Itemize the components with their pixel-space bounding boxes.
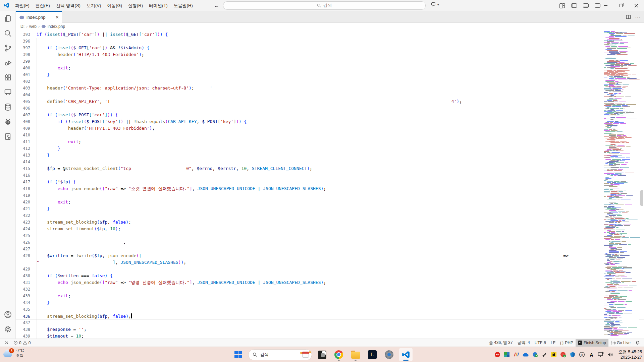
code-line[interactable]: 430 if ($written === false) {: [16, 273, 644, 279]
code-line[interactable]: 414: [16, 159, 644, 165]
source-control-icon[interactable]: [0, 41, 16, 55]
chrome-icon[interactable]: [332, 348, 345, 361]
line-number[interactable]: 438: [16, 326, 37, 333]
code-line[interactable]: 433 exit;: [16, 293, 644, 299]
code-line[interactable]: 436 stream_set_blocking($fp, false);: [16, 313, 644, 319]
league-of-legends-icon[interactable]: L: [366, 348, 379, 361]
menu-item-7[interactable]: 도움말(H): [171, 3, 196, 8]
code-line[interactable]: 398 header('HTTP/1.1 403 Forbidden');: [16, 51, 644, 58]
utility-icon[interactable]: [541, 352, 548, 358]
menu-item-6[interactable]: 터미널(T): [146, 3, 171, 8]
code-line[interactable]: 404: [16, 92, 644, 98]
finish-setup-button[interactable]: Finish Setup: [576, 339, 608, 347]
line-number[interactable]: 432: [16, 286, 37, 293]
restore-button[interactable]: [613, 0, 629, 11]
copilot-menu[interactable]: ▾: [431, 2, 439, 7]
command-center-search[interactable]: 검색: [223, 1, 426, 10]
line-number[interactable]: 408: [16, 118, 37, 125]
code-line[interactable]: 439 $timeout = 10;: [16, 333, 644, 339]
grid-app-icon[interactable]: [504, 352, 510, 358]
line-number[interactable]: 403: [16, 85, 37, 92]
code-line[interactable]: 422: [16, 212, 644, 219]
line-number[interactable]: 414: [16, 159, 37, 165]
defender-shield-icon[interactable]: [570, 352, 576, 358]
toggle-panel-icon[interactable]: [583, 3, 589, 8]
antivirus-icon[interactable]: [560, 352, 567, 358]
line-number[interactable]: 400: [16, 65, 37, 71]
code-line[interactable]: 418 echo json_encode(["raw" => "소켓 연결에 실…: [16, 185, 644, 192]
line-number[interactable]: 426: [16, 239, 37, 246]
d-app-icon[interactable]: D: [579, 352, 585, 358]
code-line[interactable]: 438 $response = '';: [16, 326, 644, 333]
code-line[interactable]: 401 }: [16, 71, 644, 78]
code-line[interactable]: 409 header('HTTP/1.1 403 Forbidden');: [16, 125, 644, 132]
code-line[interactable]: 435: [16, 306, 644, 313]
menu-item-2[interactable]: 선택 영역(S): [53, 3, 84, 8]
code-line[interactable]: 413 }: [16, 152, 644, 159]
line-number[interactable]: 412: [16, 145, 37, 152]
code-line[interactable]: 423 stream_set_blocking($fp, false);: [16, 219, 644, 226]
line-number[interactable]: 409: [16, 125, 37, 132]
account-icon[interactable]: [0, 307, 16, 322]
line-number[interactable]: 405: [16, 98, 37, 105]
line-number[interactable]: 419: [16, 192, 37, 199]
ime-mode-icon[interactable]: A: [588, 352, 595, 358]
line-number[interactable]: 436: [16, 313, 37, 319]
explorer-icon[interactable]: [0, 11, 16, 26]
line-number[interactable]: 435: [16, 306, 37, 313]
line-number[interactable]: 423: [16, 219, 37, 226]
line-number[interactable]: 431: [16, 279, 37, 286]
close-button[interactable]: [629, 0, 644, 11]
line-number[interactable]: 418: [16, 185, 37, 192]
language-mode[interactable]: { } PHP: [558, 339, 576, 347]
line-number[interactable]: [16, 259, 37, 266]
code-line[interactable]: 402: [16, 78, 644, 85]
customize-layout-icon[interactable]: [559, 3, 565, 8]
code-line[interactable]: 428 $written = fwrite($fp, json_encode([…: [16, 252, 644, 259]
code-line[interactable]: 420 exit;: [16, 199, 644, 205]
ai-assistant-icon[interactable]: [0, 114, 16, 129]
line-number[interactable]: 415: [16, 165, 37, 172]
extensions-icon[interactable]: [0, 70, 16, 85]
stripes-app-icon[interactable]: [513, 352, 520, 358]
code-line[interactable]: 419: [16, 192, 644, 199]
line-number[interactable]: 399: [16, 58, 37, 65]
tab-index-php[interactable]: index.php ✕: [16, 11, 62, 23]
tab-close-icon[interactable]: ✕: [55, 15, 59, 20]
code-line[interactable]: 397 if (isset($_GET['car']) && !$isAdmin…: [16, 45, 644, 51]
minimize-button[interactable]: [598, 0, 613, 11]
line-number[interactable]: 396: [16, 38, 37, 45]
line-number[interactable]: 402: [16, 78, 37, 85]
code-editor[interactable]: 393if (isset($_POST['car']) || isset($_G…: [16, 31, 644, 339]
line-number[interactable]: 417: [16, 179, 37, 185]
code-line[interactable]: 434 }: [16, 299, 644, 306]
remote-indicator[interactable]: [0, 339, 11, 347]
code-line[interactable]: " ], JSON_UNESCAPED_SLASHES));: [16, 259, 644, 266]
line-number[interactable]: 398: [16, 51, 37, 58]
media-player-icon[interactable]: [494, 352, 501, 358]
breadcrumb-file[interactable]: index.php: [48, 24, 65, 29]
code-line[interactable]: 396: [16, 38, 644, 45]
taskbar-clock[interactable]: 오전 5:45:25 2025-12-27: [619, 349, 642, 360]
line-number[interactable]: 416: [16, 172, 37, 179]
weather-widget[interactable]: 8 -7°C 흐림: [3, 348, 24, 358]
line-number[interactable]: 411: [16, 138, 37, 145]
line-number[interactable]: 434: [16, 299, 37, 306]
database-icon[interactable]: [0, 100, 16, 114]
problems-indicator[interactable]: 0 0: [11, 339, 33, 347]
line-number[interactable]: 430: [16, 273, 37, 279]
code-line[interactable]: 406: [16, 105, 644, 112]
code-line[interactable]: 424 stream_set_timeout($fp, 10);: [16, 226, 644, 232]
code-line[interactable]: 393if (isset($_POST['car']) || isset($_G…: [16, 31, 644, 38]
line-number[interactable]: 428: [16, 252, 37, 259]
code-line[interactable]: 410: [16, 132, 644, 138]
code-line[interactable]: 431 echo json_encode(["raw" => "명령 전송에 실…: [16, 279, 644, 286]
menu-item-4[interactable]: 이동(G): [104, 3, 125, 8]
line-number[interactable]: 439: [16, 333, 37, 339]
line-number[interactable]: 420: [16, 199, 37, 205]
cursor-position[interactable]: 줄 436, 열 37: [487, 339, 515, 347]
key-security-icon[interactable]: [551, 352, 557, 358]
settings-icon[interactable]: [382, 348, 396, 361]
onedrive-icon[interactable]: [523, 352, 529, 358]
code-line[interactable]: 425: [16, 232, 644, 239]
